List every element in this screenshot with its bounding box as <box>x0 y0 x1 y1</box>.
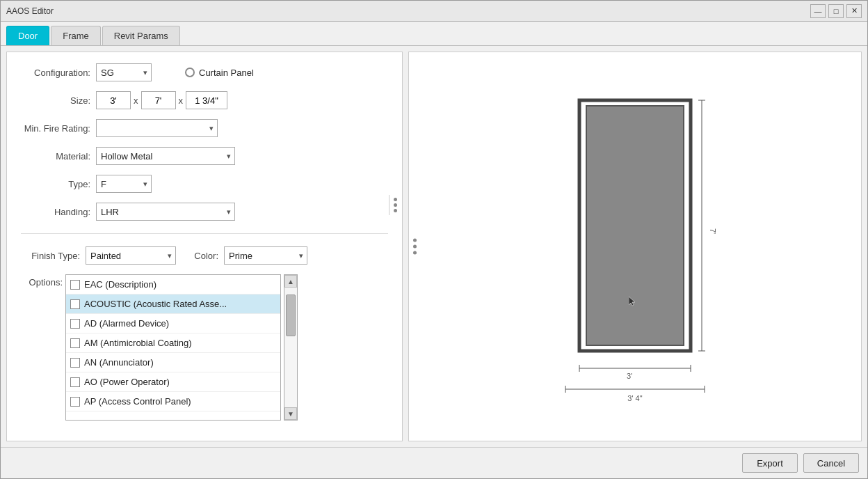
svg-text:3': 3' <box>627 372 632 380</box>
color-select[interactable]: Prime White Black Gray <box>224 246 307 265</box>
option-checkbox-ao[interactable] <box>70 377 80 387</box>
type-row: Type: F G H <box>21 175 388 193</box>
panel-dot3 <box>413 251 417 255</box>
size-width-input[interactable] <box>96 91 131 109</box>
scroll-track <box>284 288 297 407</box>
tab-revit-params[interactable]: Revit Params <box>102 26 180 45</box>
option-checkbox-acoustic[interactable] <box>70 299 80 309</box>
list-item[interactable]: AD (Alarmed Device) <box>66 314 280 333</box>
fire-rating-dropdown-wrapper: 20 min 45 min 60 min 90 min <box>96 119 218 137</box>
dot1 <box>394 198 397 201</box>
divider <box>21 233 388 234</box>
minimize-button[interactable]: — <box>810 4 826 18</box>
color-dropdown-wrapper: Prime White Black Gray <box>224 246 307 265</box>
title-bar: AAOS Editor — □ ✕ <box>1 1 867 22</box>
material-select[interactable]: Hollow Metal Wood Glass Aluminum <box>96 147 235 165</box>
handing-select[interactable]: LHR LH RHR RH <box>96 203 235 221</box>
list-item[interactable]: AM (Antimicrobial Coating) <box>66 333 280 353</box>
list-item[interactable]: EAC (Description) <box>66 275 280 295</box>
cancel-button[interactable]: Cancel <box>803 453 859 473</box>
option-text-ad: AD (Alarmed Device) <box>84 318 169 329</box>
size-x1: x <box>134 95 138 106</box>
type-select[interactable]: F G H <box>96 175 152 193</box>
main-area: Configuration: SG PR DB Curtain Panel <box>1 46 867 447</box>
option-checkbox-eac[interactable] <box>70 280 80 290</box>
window-title: AAOS Editor <box>6 6 54 16</box>
list-item[interactable]: ACOUSTIC (Acoustic Rated Asse... <box>66 295 280 314</box>
option-checkbox-am[interactable] <box>70 338 80 348</box>
curtain-panel-option: Curtain Panel <box>185 68 254 78</box>
panel-dots <box>413 239 417 255</box>
window-controls: — □ ✕ <box>810 4 862 18</box>
panel-dot2 <box>413 245 417 249</box>
dot3 <box>394 209 397 212</box>
material-dropdown-wrapper: Hollow Metal Wood Glass Aluminum <box>96 147 235 165</box>
bottom-bar: Export Cancel <box>1 447 867 478</box>
scroll-thumb[interactable] <box>286 295 296 336</box>
maximize-button[interactable]: □ <box>828 4 844 18</box>
size-height-input[interactable] <box>141 91 176 109</box>
configuration-dropdown-wrapper: SG PR DB <box>96 63 152 81</box>
size-row: Size: x x <box>21 91 388 109</box>
option-checkbox-ap[interactable] <box>70 397 80 407</box>
options-container: EAC (Description) ACOUSTIC (Acoustic Rat… <box>65 274 298 421</box>
color-label: Color: <box>187 251 218 261</box>
size-thickness-input[interactable] <box>186 91 227 109</box>
close-button[interactable]: ✕ <box>846 4 862 18</box>
fire-rating-label: Min. Fire Rating: <box>21 123 90 134</box>
curtain-panel-radio[interactable] <box>185 68 195 77</box>
tab-bar: Door Frame Revit Params <box>1 22 867 46</box>
left-panel: Configuration: SG PR DB Curtain Panel <box>6 52 403 441</box>
cursor-indicator <box>629 297 638 308</box>
dot2 <box>394 203 397 207</box>
size-x2: x <box>179 95 184 106</box>
list-item[interactable]: AP (Access Control Panel) <box>66 392 280 411</box>
main-window: AAOS Editor — □ ✕ Door Frame Revit Param… <box>0 0 868 479</box>
finish-type-dropdown-wrapper: Painted Galvanized Primed <box>86 246 176 265</box>
fire-rating-select[interactable]: 20 min 45 min 60 min 90 min <box>96 119 218 137</box>
material-row: Material: Hollow Metal Wood Glass Alumin… <box>21 147 388 165</box>
finish-type-label: Finish Type: <box>21 251 80 261</box>
options-row: Options: EAC (Description) ACOUSTIC (Aco… <box>21 274 388 421</box>
scroll-up-button[interactable]: ▲ <box>284 275 297 288</box>
type-label: Type: <box>21 179 90 189</box>
list-item[interactable]: AO (Power Operator) <box>66 372 280 392</box>
panel-dot1 <box>413 239 417 242</box>
option-text-eac: EAC (Description) <box>84 279 156 290</box>
panel-separator <box>389 195 401 215</box>
option-text-acoustic: ACOUSTIC (Acoustic Rated Asse... <box>84 299 227 309</box>
content-area: Door Frame Revit Params Configuration: S… <box>1 22 867 478</box>
svg-rect-1 <box>586 106 684 345</box>
fire-rating-row: Min. Fire Rating: 20 min 45 min 60 min 9… <box>21 119 388 137</box>
configuration-label: Configuration: <box>21 68 90 78</box>
configuration-select[interactable]: SG PR DB <box>96 63 152 81</box>
door-diagram-svg: 7' 3' 3' 4" <box>524 79 746 414</box>
option-text-an: AN (Annunciator) <box>84 357 154 368</box>
size-inputs: x x <box>96 91 227 109</box>
scroll-down-button[interactable]: ▼ <box>284 407 297 420</box>
handing-row: Handing: LHR LH RHR RH <box>21 203 388 221</box>
export-button[interactable]: Export <box>742 453 798 473</box>
finish-type-select[interactable]: Painted Galvanized Primed <box>86 246 176 265</box>
finish-row: Finish Type: Painted Galvanized Primed C… <box>21 246 388 265</box>
option-checkbox-ad[interactable] <box>70 319 80 329</box>
type-dropdown-wrapper: F G H <box>96 175 152 193</box>
handing-label: Handing: <box>21 207 90 217</box>
handing-dropdown-wrapper: LHR LH RHR RH <box>96 203 235 221</box>
option-text-ao: AO (Power Operator) <box>84 377 170 387</box>
options-list[interactable]: EAC (Description) ACOUSTIC (Acoustic Rat… <box>65 274 281 421</box>
svg-text:3' 4": 3' 4" <box>627 394 642 402</box>
svg-text:7': 7' <box>709 228 717 234</box>
option-text-ap: AP (Access Control Panel) <box>84 396 191 407</box>
option-text-am: AM (Antimicrobial Coating) <box>84 338 192 348</box>
size-label: Size: <box>21 95 90 106</box>
options-scrollbar[interactable]: ▲ ▼ <box>284 274 298 421</box>
tab-door[interactable]: Door <box>6 26 49 45</box>
material-label: Material: <box>21 151 90 162</box>
option-checkbox-an[interactable] <box>70 358 80 368</box>
options-label: Options: <box>21 277 63 288</box>
list-item[interactable]: AN (Annunciator) <box>66 353 280 372</box>
right-panel: 7' 3' 3' 4" <box>408 52 862 441</box>
configuration-row: Configuration: SG PR DB Curtain Panel <box>21 63 388 81</box>
tab-frame[interactable]: Frame <box>51 26 101 45</box>
